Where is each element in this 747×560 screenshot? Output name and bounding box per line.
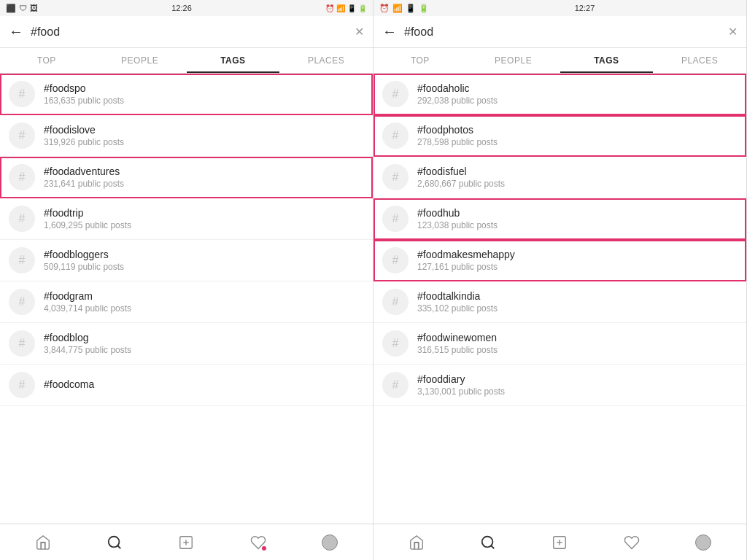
tag-info-foodcoma: #foodcoma <box>44 378 364 392</box>
tag-item-foodmakesmehappy[interactable]: # #foodmakesmehappy 127,161 public posts <box>374 240 746 281</box>
avatar-left <box>322 534 338 551</box>
tag-name-foodaholic: #foodaholic <box>417 82 738 94</box>
tag-item-foodtrip[interactable]: # #foodtrip 1,609,295 public posts <box>0 198 373 240</box>
hash-icon-foodmakesmehappy: # <box>382 247 409 273</box>
hash-icon-foodislove: # <box>9 122 35 149</box>
back-button-right[interactable]: ← <box>382 23 397 40</box>
tag-name-foodmakesmehappy: #foodmakesmehappy <box>417 249 738 260</box>
back-button-left[interactable]: ← <box>9 23 23 40</box>
status-time-right: 12:27 <box>575 4 595 12</box>
wifi-icon: 📶 <box>336 4 345 12</box>
search-query-right[interactable]: #food <box>404 26 721 39</box>
tag-info-foodhub: #foodhub 123,038 public posts <box>417 207 738 230</box>
status-bar-left: ⬛ 🛡 🖼 12:26 ⏰ 📶 📱 🔋 <box>0 0 373 16</box>
tab-people-left[interactable]: PEOPLE <box>93 48 187 73</box>
tag-name-foodphotos: #foodphotos <box>417 124 738 136</box>
tag-info-foodislove: #foodislove 319,926 public posts <box>44 124 364 147</box>
add-nav-icon-left[interactable] <box>177 533 196 552</box>
tag-info-foodtrip: #foodtrip 1,609,295 public posts <box>44 207 364 230</box>
status-time-left: 12:26 <box>171 4 192 12</box>
tag-item-fooddiary[interactable]: # #fooddiary 3,130,001 public posts <box>374 365 746 406</box>
hash-icon-foodcoma: # <box>9 372 35 398</box>
tag-item-foodisfuel[interactable]: # #foodisfuel 2,680,667 public posts <box>374 157 746 198</box>
battery-icon-right: 🔋 <box>419 4 429 13</box>
search-bar-left: ← #food ✕ <box>0 16 373 48</box>
heart-badge-left <box>262 546 266 551</box>
tag-info-foodgram: #foodgram 4,039,714 public posts <box>44 290 364 314</box>
alarm-icon-right: ⏰ <box>379 4 390 13</box>
tag-count-foodgram: 4,039,714 public posts <box>44 303 364 314</box>
heart-nav-icon-left[interactable] <box>249 533 268 552</box>
tab-places-right[interactable]: PLACES <box>653 48 746 73</box>
tag-info-foodadventures: #foodadventures 231,641 public posts <box>44 166 364 189</box>
tab-top-right[interactable]: TOP <box>374 48 467 73</box>
tag-item-foodcoma[interactable]: # #foodcoma <box>0 365 373 406</box>
add-nav-icon-right[interactable] <box>550 533 569 552</box>
tag-item-foodhub[interactable]: # #foodhub 123,038 public posts <box>374 198 746 240</box>
shield-icon: 🛡 <box>19 4 27 12</box>
hash-icon-fooddiary: # <box>382 372 409 398</box>
tag-item-foodbloggers[interactable]: # #foodbloggers 509,119 public posts <box>0 240 373 281</box>
tag-count-foodadventures: 231,641 public posts <box>44 179 364 189</box>
close-button-left[interactable]: ✕ <box>355 25 364 39</box>
search-query-left[interactable]: #food <box>31 26 347 39</box>
profile-nav-icon-left[interactable] <box>320 533 339 552</box>
search-nav-icon-right[interactable] <box>479 533 498 552</box>
tag-item-foodislove[interactable]: # #foodislove 319,926 public posts <box>0 115 373 157</box>
tab-places-left[interactable]: PLACES <box>279 48 373 73</box>
tab-tags-left[interactable]: TAGS <box>187 48 280 73</box>
tag-name-fooddiary: #fooddiary <box>417 373 738 385</box>
tag-name-foodcoma: #foodcoma <box>44 378 364 390</box>
hash-icon-foodgram: # <box>9 289 35 315</box>
tag-name-foodtrip: #foodtrip <box>44 207 364 219</box>
tab-tags-right[interactable]: TAGS <box>560 48 654 73</box>
status-left-icons-right: ⏰ 📶 📱 🔋 <box>379 4 429 13</box>
tag-name-foodbloggers: #foodbloggers <box>44 249 364 260</box>
profile-nav-icon-right[interactable] <box>694 533 713 552</box>
hash-icon-foodtrip: # <box>9 206 35 232</box>
tag-count-foodspo: 163,635 public posts <box>44 96 364 106</box>
tag-count-foodisfuel: 2,680,667 public posts <box>417 179 738 189</box>
status-bar-right: ⏰ 📶 📱 🔋 12:27 <box>374 0 746 16</box>
tag-count-foodmakesmehappy: 127,161 public posts <box>417 262 738 272</box>
tag-info-foodwinewomen: #foodwinewomen 316,515 public posts <box>417 332 738 355</box>
signal-icon-right: 📱 <box>406 4 416 13</box>
heart-nav-icon-right[interactable] <box>622 533 641 552</box>
status-left-icons: ⬛ 🛡 🖼 <box>6 4 38 13</box>
hash-icon-foodwinewomen: # <box>382 330 409 357</box>
tag-item-foodwinewomen[interactable]: # #foodwinewomen 316,515 public posts <box>374 323 746 365</box>
home-svg-left <box>35 534 51 551</box>
tag-item-foodphotos[interactable]: # #foodphotos 278,598 public posts <box>374 115 746 157</box>
wifi-icon-right: 📶 <box>392 4 403 13</box>
tag-count-foodphotos: 278,598 public posts <box>417 137 738 147</box>
hash-icon-foodadventures: # <box>9 164 35 190</box>
tag-item-foodgram[interactable]: # #foodgram 4,039,714 public posts <box>0 281 373 323</box>
close-button-right[interactable]: ✕ <box>728 25 738 39</box>
search-nav-icon-left[interactable] <box>105 533 124 552</box>
tab-top-left[interactable]: TOP <box>0 48 93 73</box>
tag-item-foodadventures[interactable]: # #foodadventures 231,641 public posts <box>0 157 373 198</box>
battery-icon: 🔋 <box>358 4 367 12</box>
image-icon: 🖼 <box>30 4 38 12</box>
alarm-icon: ⏰ <box>325 4 334 12</box>
add-svg-right <box>551 534 568 551</box>
tag-count-foodblog: 3,844,775 public posts <box>44 345 364 355</box>
tag-count-foodaholic: 292,038 public posts <box>417 96 738 106</box>
tag-name-foodwinewomen: #foodwinewomen <box>417 332 738 343</box>
hash-icon-foodblog: # <box>9 330 35 357</box>
add-svg-left <box>178 534 194 551</box>
home-nav-icon-right[interactable] <box>407 533 426 552</box>
tag-item-foodspo[interactable]: # #foodspo 163,635 public posts <box>0 74 373 115</box>
tag-item-foodblog[interactable]: # #foodblog 3,844,775 public posts <box>0 323 373 365</box>
tag-count-fooddiary: 3,130,001 public posts <box>417 386 738 397</box>
tag-list-left: # #foodspo 163,635 public posts # #foodi… <box>0 74 373 524</box>
heart-svg-right <box>624 534 640 551</box>
tag-count-foodhub: 123,038 public posts <box>417 220 738 230</box>
tag-item-foodaholic[interactable]: # #foodaholic 292,038 public posts <box>374 74 746 115</box>
tag-info-foodaholic: #foodaholic 292,038 public posts <box>417 82 738 106</box>
tag-name-foodisfuel: #foodisfuel <box>417 166 738 177</box>
home-nav-icon-left[interactable] <box>34 533 53 552</box>
tag-name-foodislove: #foodislove <box>44 124 364 136</box>
tab-people-right[interactable]: PEOPLE <box>467 48 560 73</box>
tag-item-foodtalkindia[interactable]: # #foodtalkindia 335,102 public posts <box>374 281 746 323</box>
